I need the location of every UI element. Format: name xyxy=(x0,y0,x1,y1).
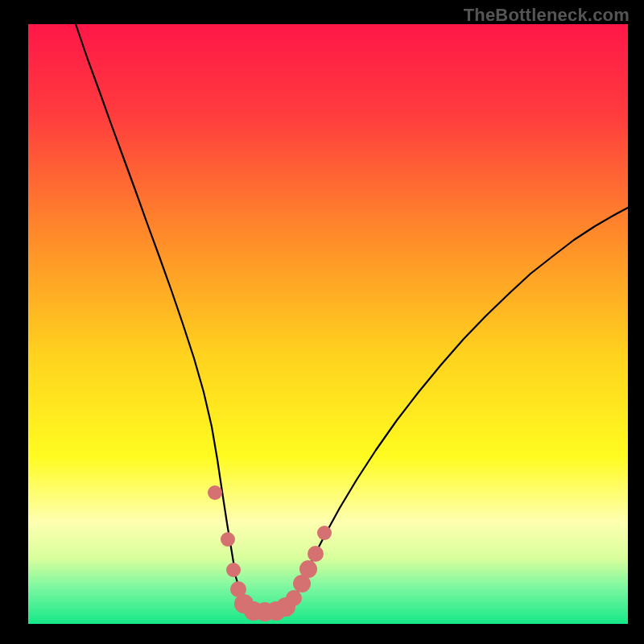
chart-plot-area xyxy=(28,24,628,624)
curve-marker xyxy=(226,563,241,577)
watermark-text: TheBottleneck.com xyxy=(464,5,630,26)
curve-marker xyxy=(299,560,317,578)
chart-svg xyxy=(28,24,628,624)
curve-marker xyxy=(221,532,235,547)
curve-marker xyxy=(208,485,222,500)
chart-frame: TheBottleneck.com xyxy=(0,0,644,644)
curve-marker xyxy=(286,590,302,606)
curve-marker xyxy=(308,546,324,562)
curve-marker xyxy=(317,526,332,540)
